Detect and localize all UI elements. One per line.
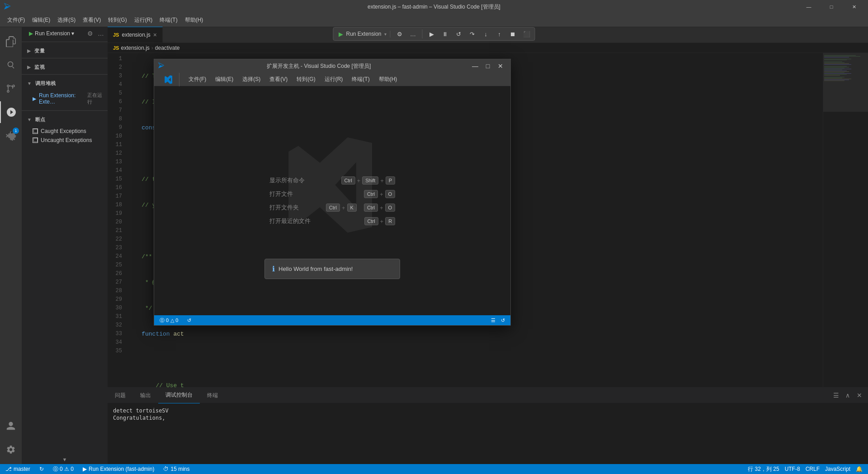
status-branch[interactable]: ⎇ master (4, 464, 32, 474)
svg-point-2 (7, 85, 9, 87)
close-button[interactable]: ✕ (844, 0, 864, 14)
menu-edit[interactable]: 编辑(E) (28, 14, 54, 26)
status-language[interactable]: JavaScript (823, 464, 852, 474)
status-encoding[interactable]: UTF-8 (783, 464, 802, 474)
menu-file[interactable]: 文件(F) (4, 14, 28, 26)
activity-extensions[interactable]: 1 (0, 125, 22, 147)
status-time[interactable]: ⏱ 15 mins (161, 464, 191, 474)
activity-files[interactable] (0, 31, 22, 52)
ext-menu-file[interactable]: 文件(F) (185, 74, 210, 85)
ext-dev-vscode-icon: ⮚ (158, 62, 165, 70)
menu-goto[interactable]: 转到(G) (104, 14, 130, 26)
activity-debug[interactable] (0, 101, 22, 123)
breadcrumb-symbol[interactable]: deactivate (155, 45, 180, 51)
debug-stepinto-button[interactable]: ↓ (480, 28, 492, 39)
svg-point-0 (7, 90, 9, 92)
encoding-text: UTF-8 (785, 466, 800, 472)
tab-close-button[interactable]: × (153, 31, 157, 38)
activity-search[interactable] (0, 54, 22, 76)
ext-menu-select[interactable]: 选择(S) (239, 74, 264, 85)
ext-menu-terminal[interactable]: 终端(T) (348, 74, 373, 85)
bp-uncaught-check[interactable]: ☐ (33, 137, 38, 143)
status-eol[interactable]: CRLF (804, 464, 821, 474)
ext-status-refresh[interactable]: ↺ (185, 315, 193, 325)
menu-terminal[interactable]: 终端(T) (156, 14, 181, 26)
sidebar-more-icon[interactable]: … (98, 30, 104, 37)
minimize-button[interactable]: — (798, 0, 819, 14)
ext-refresh-icon: ↺ (187, 318, 191, 323)
debug-settings-button[interactable]: ⚙ (393, 28, 406, 39)
divider-4 (22, 110, 108, 111)
panel-filter-btn[interactable]: ☰ (831, 390, 841, 400)
panel-close-btn[interactable]: ✕ (854, 390, 864, 400)
activity-account[interactable] (0, 415, 22, 437)
status-errors[interactable]: ⓪ 0 ⚠ 0 (51, 464, 75, 474)
bp-caught-label: Caught Exceptions (41, 128, 86, 134)
debug-text-2: Congratulations, (113, 415, 165, 421)
menu-bar: 文件(F) 编辑(E) 选择(S) 查看(V) 转到(G) 运行(R) 终端(T… (0, 14, 868, 27)
debug-more-button[interactable]: … (407, 28, 420, 39)
tab-js-icon: JS (113, 32, 119, 38)
minimap (823, 53, 868, 387)
sidebar-settings-icon[interactable]: ⚙ (87, 30, 93, 37)
menu-select[interactable]: 选择(S) (54, 14, 79, 26)
menu-help[interactable]: 帮助(H) (181, 14, 207, 26)
ext-menu-run[interactable]: 运行(R) (321, 74, 347, 85)
panel-tab-terminal[interactable]: 终端 (200, 388, 225, 403)
ext-dev-minimize[interactable]: — (469, 60, 481, 72)
debug-stop-button[interactable]: ⏹ (507, 28, 519, 39)
menu-view[interactable]: 查看(V) (79, 14, 104, 26)
status-position[interactable]: 行 32，列 25 (746, 464, 781, 474)
panel-tab-problems[interactable]: 问题 (108, 388, 133, 403)
ext-menu-edit[interactable]: 编辑(E) (212, 74, 237, 85)
panel-tab-debug[interactable]: 调试控制台 (158, 388, 200, 403)
play-icon: ▶ (29, 30, 33, 37)
run-config-arrow[interactable]: ▾ (384, 32, 387, 37)
debug-pause-button[interactable]: ⏸ (439, 28, 452, 39)
watch-label: 监视 (34, 64, 45, 70)
panel-tab-output[interactable]: 输出 (133, 388, 158, 403)
activity-settings[interactable] (0, 439, 22, 460)
divider-3 (22, 74, 108, 75)
sidebar-scroll[interactable]: ▼ (22, 455, 108, 464)
debug-stepover-button[interactable]: ↷ (466, 28, 479, 39)
ext-menu-goto[interactable]: 转到(G) (293, 74, 319, 85)
status-feedback[interactable]: 🔔 (854, 464, 864, 474)
notification-text: Hello World from fast-admin! (278, 265, 353, 272)
debug-continue-button[interactable]: ▶ (425, 28, 438, 39)
run-extension-dropdown[interactable]: ▶ Run Extension ▾ (25, 29, 78, 38)
status-run[interactable]: ▶ Run Extension (fast-admin) (81, 464, 156, 474)
ext-dev-close[interactable]: ✕ (494, 60, 507, 72)
status-sync[interactable]: ↻ (38, 464, 46, 474)
tab-extension-js[interactable]: JS extension.js × (108, 27, 163, 43)
status-bar: ⎇ master ↻ ⓪ 0 ⚠ 0 ▶ Run Extension (fast… (0, 464, 868, 474)
ext-refresh-btn2[interactable]: ↺ (499, 315, 507, 325)
time-icon: ⏱ (163, 466, 169, 472)
run-extension-button[interactable]: ▶ (339, 31, 343, 38)
status-right: 行 32，列 25 UTF-8 CRLF JavaScript 🔔 (746, 464, 864, 474)
run-config-label: Run Extension (346, 31, 381, 37)
activity-git[interactable] (0, 78, 22, 100)
error-count: ⓪ 0 ⚠ 0 (53, 465, 74, 473)
maximize-button[interactable]: □ (821, 0, 842, 14)
breadcrumb-file[interactable]: extension.js (121, 45, 149, 51)
ext-menu-help[interactable]: 帮助(H) (375, 74, 401, 85)
ext-status-right: ☰ ↺ (489, 315, 507, 325)
ext-dev-maximize[interactable]: □ (481, 60, 494, 72)
debug-stepout-button[interactable]: ↑ (493, 28, 506, 39)
callstack-item-label: Run Extension: Exte… (39, 92, 85, 105)
debug-disconnect-button[interactable]: ⬛ (520, 28, 533, 39)
callstack-item-1[interactable]: ▶ Run Extension: Exte… 正在运行 (22, 90, 108, 107)
ext-menu-view[interactable]: 查看(V) (266, 74, 291, 85)
ext-filter-btn[interactable]: ☰ (489, 315, 497, 325)
run-icon: ▶ (83, 466, 87, 472)
ext-warning-count: △ 0 (170, 318, 178, 323)
ext-status-errors[interactable]: ⓪ 0 △ 0 (158, 315, 180, 325)
branch-name: master (14, 466, 30, 472)
bp-caught-check[interactable]: ☐ (33, 128, 38, 134)
menu-run[interactable]: 运行(R) (131, 14, 156, 26)
debug-toolbar: ▶ Run Extension ▾ ⚙ … ▶ ⏸ ↺ ↷ ↓ ↑ ⏹ ⬛ (333, 27, 535, 41)
panel-up-btn[interactable]: ∧ (843, 390, 853, 400)
ext-dev-window: ⮚ 扩展开发主机 - Visual Studio Code [管理员] — □ … (154, 59, 511, 326)
debug-restart-button[interactable]: ↺ (453, 28, 465, 39)
